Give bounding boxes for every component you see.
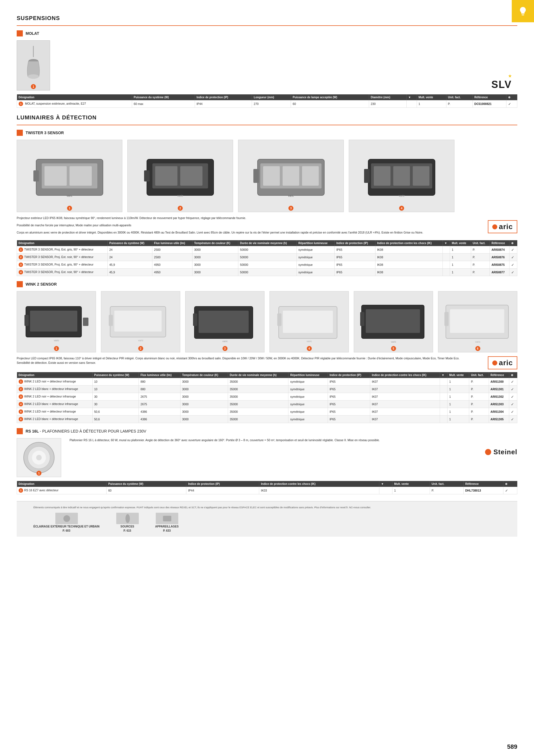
wink-th-duree: Durée de vie nominale moyenne (h) xyxy=(228,372,289,378)
svg-rect-44 xyxy=(277,313,281,326)
steinel-brand-logo: steinel xyxy=(485,448,517,456)
wink-img-4: varic 4 xyxy=(269,291,349,352)
aric-text-wink: aric xyxy=(499,359,513,367)
wk-row1-des: 1WINK 2 LED noir + détecteur infrarouge xyxy=(17,378,92,386)
molat-th-designation: Désignation xyxy=(17,94,132,100)
tw-row3-num: 3 xyxy=(19,262,23,267)
tw-row3-ip: IP65 xyxy=(335,261,375,269)
footer-link-img-eclairage xyxy=(55,513,78,524)
svg-text:varic: varic xyxy=(307,340,312,343)
tw-row1-u: P. xyxy=(471,246,490,254)
wink-desc1: Projecteur LED compact IP65 IK08, faisce… xyxy=(17,356,467,365)
wink-images-row: varic 1 varic 2 varic xyxy=(17,291,517,352)
svg-rect-35 xyxy=(114,310,162,332)
tw-row3-t: 3000 xyxy=(192,261,238,269)
rs16l-rect xyxy=(17,428,23,434)
svg-rect-24 xyxy=(374,166,391,186)
wk-row3-num: 3 xyxy=(19,394,23,399)
table-row: 3TWISTER 3 SENSOR, Proj. Ext. gris, 90° … xyxy=(17,261,517,269)
wink-svg-2: varic xyxy=(107,298,174,345)
wk-row1-ip: IP65 xyxy=(328,378,370,386)
tw-row2-ik: IK08 xyxy=(375,254,443,261)
steinel-text: steinel xyxy=(494,448,517,456)
rs16l-th-ip: Indice de protection (IP) xyxy=(186,481,259,487)
tw-row3-u: P. xyxy=(471,261,490,269)
wk-row3-ik: IK07 xyxy=(370,393,440,400)
molat-th-ref: Référence xyxy=(472,94,506,100)
rs16l-row1-num: 1 xyxy=(19,488,23,493)
wk-row5-f: 4386 xyxy=(139,408,180,416)
svg-text:varic: varic xyxy=(138,339,143,342)
wk-row1-ik: IK07 xyxy=(370,378,440,386)
wink-table-header-row: Désignation Puissance du système (W) Flu… xyxy=(17,372,517,378)
wk-row6-d: 35000 xyxy=(228,416,289,423)
rs16l-th-puissance: Puissance du système (W) xyxy=(107,481,186,487)
wk-row4-f: 2675 xyxy=(139,400,180,408)
wk-row5-ik: IK07 xyxy=(370,408,440,416)
detection-section: LUMINAIRES À DÉTECTION TWISTER 3 SENSOR … xyxy=(17,114,517,494)
svg-point-61 xyxy=(125,514,130,523)
footer-link-appareillages[interactable]: APPAREILLAGES P. 633 xyxy=(155,513,179,532)
wk-row5-t: 3000 xyxy=(180,408,228,416)
svg-point-59 xyxy=(64,515,70,522)
tw-row2-chk: ✓ xyxy=(510,254,517,261)
wink-desc-area: Projecteur LED compact IP65 IK08, faisce… xyxy=(17,356,467,369)
tw-row1-ik: IK08 xyxy=(375,246,443,254)
twister-th-flux: Flux lumineux utile (lm) xyxy=(152,240,192,246)
wk-row5-num: 5 xyxy=(19,410,23,414)
molat-row1-check: ✓ xyxy=(506,100,517,108)
svg-rect-18 xyxy=(283,166,299,186)
svg-rect-43 xyxy=(283,310,333,333)
tw-row4-ref: ARI50877 xyxy=(490,269,510,276)
aric-dot xyxy=(492,224,497,230)
wk-row1-r: symétrique xyxy=(289,378,328,386)
svg-rect-30 xyxy=(30,310,77,332)
suspensions-divider xyxy=(17,25,517,26)
wink-svg-3: varic xyxy=(191,298,258,345)
tw-row2-ip: IP65 xyxy=(335,254,375,261)
twister-th-mult: Mult. vente xyxy=(450,240,471,246)
table-row: 4TWISTER 3 SENSOR, Proj. Ext. noir, 90° … xyxy=(17,269,517,276)
rs16l-brand-wrapper: steinel xyxy=(69,448,517,456)
svg-text:varic: varic xyxy=(475,340,481,343)
wk-row6-des: 6WINK 2 LED blanc + détecteur infrarouge xyxy=(17,416,92,423)
wink-table: Désignation Puissance du système (W) Flu… xyxy=(17,372,517,423)
twister-desc-brand-row: Projecteur extérieur LED IP65 IK08, fais… xyxy=(17,216,517,237)
wk-row5-des: 5WINK 2 LED noir + détecteur infrarouge xyxy=(17,408,92,416)
tw-row2-m: 1 xyxy=(450,254,471,261)
wk-row3-r: symétrique xyxy=(289,393,328,400)
wk-row5-col9 xyxy=(440,408,447,416)
footer-link-eclairage[interactable]: ÉCLAIRAGE EXTÉRIEUR TECHNIQUE ET URBAIN … xyxy=(33,513,100,532)
wink-th-ref: Référence xyxy=(489,372,509,378)
svg-rect-40 xyxy=(193,313,197,326)
molat-row1-diametre: 230 xyxy=(369,100,407,108)
wink-svg-4: varic xyxy=(276,298,343,345)
tw-row2-des: 2TWISTER 3 SENSOR, Proj. Ext. noir, 90° … xyxy=(17,254,108,261)
wink-th-check: ⊕ xyxy=(509,372,517,378)
molat-th-puissance: Puissance du système (W) xyxy=(132,94,195,100)
wk-row3-ref: ARI51302 xyxy=(489,393,509,400)
wink-th-ik: Indice de protection contre les chocs (I… xyxy=(370,372,440,378)
molat-row1-longueur: 270 xyxy=(252,100,291,108)
tw-row1-ref: ARI50874 xyxy=(490,246,510,254)
rs16l-row1-chk: ✓ xyxy=(503,487,517,494)
rs16l-label-text: RS 16L - PLAFONNIERS LED À DÉTECTEUR POU… xyxy=(26,429,146,433)
tw-row4-ip: IP65 xyxy=(335,269,375,276)
rs16l-row1-col5 xyxy=(379,487,392,494)
wk-row6-num: 6 xyxy=(19,417,23,421)
tw-row3-ik: IK08 xyxy=(375,261,443,269)
twister-svg-4: varic xyxy=(360,148,443,204)
wk-row3-col9 xyxy=(440,393,447,400)
wk-row2-f: 880 xyxy=(139,386,180,393)
footer-link-img-sources xyxy=(116,513,139,524)
wk-row2-d: 35000 xyxy=(228,386,289,393)
footer-link-page-appareillages: P. 633 xyxy=(163,529,171,532)
molat-row1-ip: IP44 xyxy=(195,100,252,108)
twister-th-check: ⊕ xyxy=(510,240,517,246)
wink-img-3: varic 3 xyxy=(185,291,265,352)
footer-link-sources[interactable]: SOURCES P. 615 xyxy=(116,513,139,532)
wk-row2-num: 2 xyxy=(19,387,23,392)
wk-row3-m: 1 xyxy=(447,393,469,400)
detection-divider xyxy=(17,125,517,125)
aric-text: aric xyxy=(499,222,513,231)
